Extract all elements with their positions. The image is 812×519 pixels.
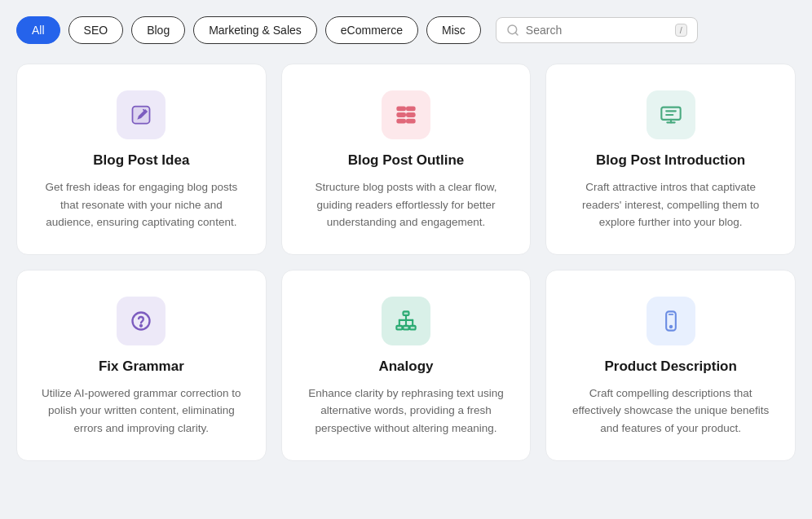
card-icon-analogy [382, 297, 430, 345]
card-icon-blog-post-introduction [647, 90, 695, 139]
filter-btn-marketing[interactable]: Marketing & Sales [193, 16, 317, 44]
search-input[interactable] [526, 24, 669, 37]
card-product-description[interactable]: Product DescriptionCraft compelling desc… [545, 270, 796, 461]
svg-line-1 [515, 33, 518, 35]
filter-bar: AllSEOBlogMarketing & SaleseCommerceMisc… [16, 16, 796, 44]
filter-btn-seo[interactable]: SEO [68, 16, 124, 44]
svg-rect-8 [407, 120, 414, 123]
filter-btn-blog[interactable]: Blog [131, 16, 185, 44]
card-blog-post-introduction[interactable]: Blog Post IntroductionCraft attractive i… [545, 64, 796, 255]
card-desc-fix-grammar: Utilize AI-powered grammar correction to… [37, 385, 246, 438]
card-desc-analogy: Enhance clarity by rephrasing text using… [302, 385, 511, 438]
card-title-blog-post-outline: Blog Post Outline [348, 152, 465, 169]
svg-point-15 [140, 325, 142, 327]
svg-rect-7 [397, 120, 404, 123]
card-title-blog-post-idea: Blog Post Idea [93, 152, 189, 169]
svg-rect-3 [397, 108, 404, 111]
svg-rect-4 [407, 108, 414, 111]
card-title-blog-post-introduction: Blog Post Introduction [596, 152, 745, 169]
card-title-analogy: Analogy [378, 358, 433, 375]
card-icon-blog-post-idea [117, 90, 165, 139]
card-title-product-description: Product Description [604, 358, 736, 375]
svg-rect-9 [661, 108, 680, 120]
card-icon-blog-post-outline [382, 90, 430, 139]
card-title-fix-grammar: Fix Grammar [99, 358, 184, 375]
card-fix-grammar[interactable]: Fix GrammarUtilize AI-powered grammar co… [16, 270, 267, 461]
card-blog-post-idea[interactable]: Blog Post IdeaGet fresh ideas for engagi… [16, 64, 267, 255]
filter-btn-misc[interactable]: Misc [426, 16, 481, 44]
search-icon [506, 24, 519, 37]
svg-rect-5 [397, 113, 404, 117]
svg-point-27 [669, 326, 671, 328]
filter-btn-all[interactable]: All [16, 16, 60, 44]
card-blog-post-outline[interactable]: Blog Post OutlineStructure blog posts wi… [281, 64, 532, 255]
card-analogy[interactable]: AnalogyEnhance clarity by rephrasing tex… [281, 270, 532, 461]
search-shortcut: / [675, 24, 687, 37]
cards-grid: Blog Post IdeaGet fresh ideas for engagi… [16, 64, 796, 461]
card-icon-product-description [647, 297, 695, 345]
card-desc-product-description: Craft compelling descriptions that effec… [566, 385, 775, 438]
filter-btn-ecommerce[interactable]: eCommerce [325, 16, 418, 44]
card-desc-blog-post-introduction: Craft attractive intros that captivate r… [566, 178, 775, 231]
card-icon-fix-grammar [117, 297, 165, 345]
card-desc-blog-post-outline: Structure blog posts with a clear flow, … [302, 178, 511, 231]
svg-rect-6 [407, 113, 414, 117]
search-box[interactable]: / [496, 17, 698, 43]
card-desc-blog-post-idea: Get fresh ideas for engaging blog posts … [37, 178, 246, 231]
